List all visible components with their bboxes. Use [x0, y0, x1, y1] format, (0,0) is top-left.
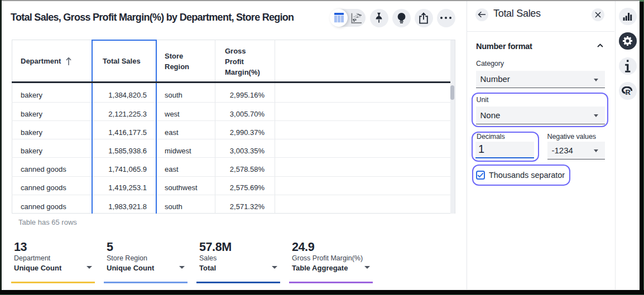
svg-text:R: R	[626, 88, 631, 95]
